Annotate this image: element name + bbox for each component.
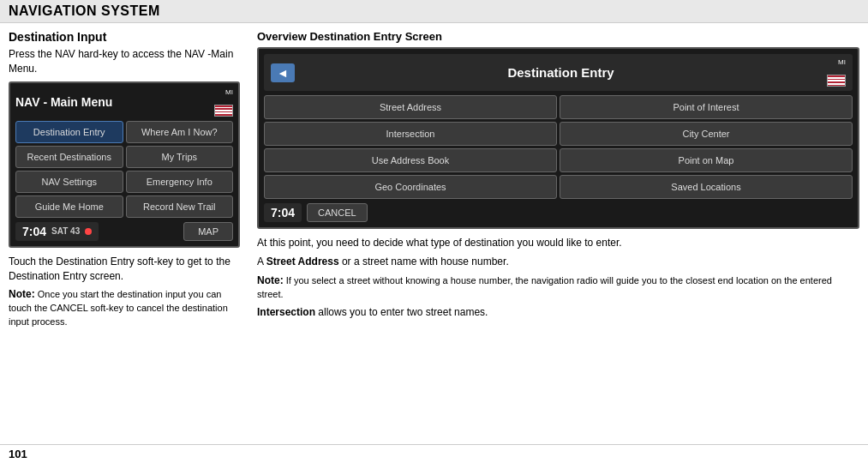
dest-screen-title: Destination Entry [295, 65, 827, 80]
nav-btn-where-am-i[interactable]: Where Am I Now? [126, 121, 234, 143]
intro-text: Press the NAV hard-key to access the NAV… [9, 47, 240, 76]
para3-bold: Intersection [257, 306, 315, 318]
para3-suffix: allows you to enter two street names. [315, 306, 488, 318]
nav-screen: NAV - Main Menu MI Destination Entry [9, 81, 240, 248]
nav-btn-destination-entry[interactable]: Destination Entry [15, 121, 123, 143]
right-paragraph2: A Street Address or a street name with h… [257, 255, 859, 269]
page-header: NAVIGATION SYSTEM [0, 0, 868, 23]
para2-prefix: A [257, 256, 266, 268]
right-note: Note: If you select a street without kno… [257, 274, 859, 301]
time-value: 7:04 [22, 225, 46, 238]
para2-bold: Street Address [266, 256, 339, 268]
map-button[interactable]: MAP [183, 222, 233, 241]
nav-flag: MI [214, 88, 233, 117]
dest-flag-icon [827, 75, 846, 87]
dest-button-grid: Street Address Point of Interest Interse… [264, 95, 853, 199]
dest-btn-intersection[interactable]: Intersection [264, 122, 557, 146]
left-section-title: Destination Input [9, 30, 240, 44]
right-section-title: Overview Destination Entry Screen [257, 30, 859, 43]
right-paragraph1: At this point, you need to decide what t… [257, 236, 859, 250]
dest-btn-city-center[interactable]: City Center [560, 122, 853, 146]
note-content: Once you start the destination input you… [9, 289, 228, 326]
nav-button-grid: Destination Entry Where Am I Now? Recent… [15, 121, 233, 218]
sat-info: SAT 43 [51, 226, 80, 236]
page-number: 101 [9, 448, 27, 460]
flag-stripe [828, 85, 845, 87]
para2-suffix: or a street name with house number. [339, 256, 509, 268]
note-label: Note: [9, 288, 35, 300]
left-column: Destination Input Press the NAV hard-key… [9, 30, 240, 333]
dest-btn-geo-coordinates[interactable]: Geo Coordinates [264, 175, 557, 199]
right-column: Overview Destination Entry Screen ◄ Dest… [257, 30, 859, 333]
dest-time-display: 7:04 [264, 203, 302, 222]
dest-btn-saved-locations[interactable]: Saved Locations [560, 175, 853, 199]
left-note: Note: Once you start the destination inp… [9, 287, 240, 328]
page-title: NAVIGATION SYSTEM [9, 3, 859, 19]
dest-screen-footer: 7:04 CANCEL [264, 203, 853, 222]
time-display: 7:04 SAT 43 [15, 222, 99, 241]
note2-label: Note: [257, 274, 284, 286]
flag-icon [214, 105, 233, 117]
flag-mi-label: MI [214, 88, 233, 96]
nav-btn-recent-destinations[interactable]: Recent Destinations [15, 146, 123, 168]
dest-btn-point-on-map[interactable]: Point on Map [560, 148, 853, 172]
nav-screen-header: NAV - Main Menu MI [15, 88, 233, 117]
dest-screen: ◄ Destination Entry MI Stree [257, 47, 859, 229]
dest-btn-point-of-interest[interactable]: Point of Interest [560, 95, 853, 119]
flag-mi-label-dest: MI [827, 58, 846, 66]
dest-btn-use-address-book[interactable]: Use Address Book [264, 148, 557, 172]
flag-stripe [215, 114, 232, 116]
nav-btn-emergency-info[interactable]: Emergency Info [126, 171, 234, 193]
cancel-button[interactable]: CANCEL [307, 203, 368, 222]
nav-btn-record-new-trail[interactable]: Record New Trail [126, 195, 234, 218]
back-button[interactable]: ◄ [271, 63, 295, 82]
dest-time-value: 7:04 [271, 206, 295, 219]
dot-indicator [85, 228, 92, 235]
nav-btn-nav-settings[interactable]: NAV Settings [15, 171, 123, 193]
nav-screen-title: NAV - Main Menu [15, 95, 112, 109]
nav-screen-footer: 7:04 SAT 43 MAP [15, 222, 233, 241]
nav-btn-guide-me-home[interactable]: Guide Me Home [15, 195, 123, 218]
caption-text: Touch the Destination Entry soft-key to … [9, 255, 240, 284]
note2-content: If you select a street without knowing a… [257, 275, 832, 299]
nav-btn-my-trips[interactable]: My Trips [126, 146, 234, 168]
dest-screen-header: ◄ Destination Entry MI [264, 54, 853, 91]
content-area: Destination Input Press the NAV hard-key… [0, 23, 868, 340]
dest-flag: MI [827, 58, 846, 87]
dest-btn-street-address[interactable]: Street Address [264, 95, 557, 119]
right-paragraph3: Intersection allows you to enter two str… [257, 305, 859, 320]
